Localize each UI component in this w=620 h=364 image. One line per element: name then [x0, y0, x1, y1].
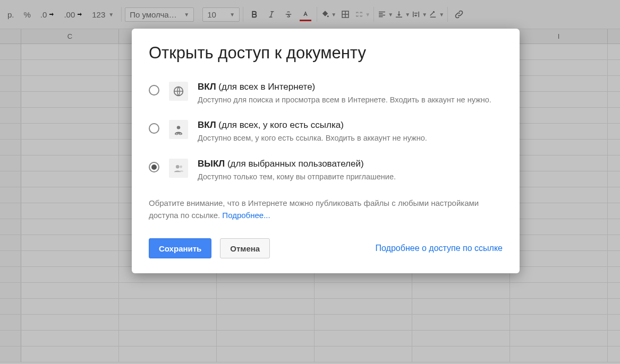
svg-point-5	[179, 133, 182, 135]
sharing-options: ВКЛ (для всех в Интернете) Доступно для …	[149, 82, 503, 182]
radio-public-web[interactable]	[149, 85, 159, 96]
more-about-link-sharing[interactable]: Подробнее о доступе по ссылке	[376, 244, 503, 253]
option-title: ВЫКЛ (для выбранных пользователей)	[198, 159, 503, 169]
save-button[interactable]: Сохранить	[149, 238, 211, 258]
note-text: Обратите внимание, что в Интернете можно…	[149, 197, 503, 222]
learn-more-link[interactable]: Подробнее...	[222, 211, 270, 220]
svg-point-7	[180, 165, 182, 168]
option-desc: Доступно только тем, кому вы отправите п…	[198, 171, 503, 182]
option-anyone-with-link[interactable]: ВКЛ (для всех, у кого есть ссылка) Досту…	[149, 120, 503, 143]
option-desc: Доступно для поиска и просмотра всем в И…	[198, 94, 503, 105]
option-public-web[interactable]: ВКЛ (для всех в Интернете) Доступно для …	[149, 82, 503, 105]
dialog-footer: Сохранить Отмена Подробнее о доступе по …	[149, 238, 503, 258]
option-text: ВЫКЛ (для выбранных пользователей) Досту…	[198, 159, 503, 182]
svg-point-4	[175, 133, 179, 135]
globe-icon	[169, 82, 188, 101]
person-link-icon	[169, 120, 188, 139]
share-dialog: Открыть доступ к документу ВКЛ (для всех…	[132, 29, 520, 273]
option-desc: Доступно всем, у кого есть ссылка. Входи…	[198, 133, 503, 143]
radio-anyone-with-link[interactable]	[149, 123, 159, 134]
option-title: ВКЛ (для всех в Интернете)	[198, 82, 503, 92]
svg-point-3	[177, 126, 180, 129]
option-specific-people[interactable]: ВЫКЛ (для выбранных пользователей) Досту…	[149, 159, 503, 182]
svg-point-6	[176, 165, 179, 168]
radio-specific-people[interactable]	[149, 162, 159, 172]
option-title: ВКЛ (для всех, у кого есть ссылка)	[198, 120, 503, 131]
cancel-button[interactable]: Отмена	[220, 238, 270, 258]
people-icon	[169, 159, 188, 178]
dialog-title: Открыть доступ к документу	[149, 44, 503, 63]
option-text: ВКЛ (для всех, у кого есть ссылка) Досту…	[198, 120, 503, 143]
option-text: ВКЛ (для всех в Интернете) Доступно для …	[198, 82, 503, 105]
